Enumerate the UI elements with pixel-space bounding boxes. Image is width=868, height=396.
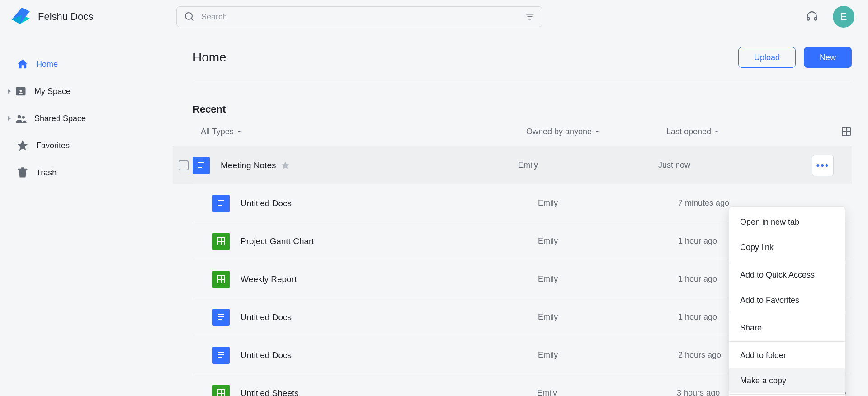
svg-rect-5 [807, 17, 809, 20]
sidebar-item-label: Home [36, 60, 58, 69]
home-icon [15, 57, 30, 71]
menu-add-quick-access[interactable]: Add to Quick Access [729, 262, 845, 288]
sheet-file-icon [212, 271, 230, 288]
search-icon [184, 11, 195, 22]
context-menu: Open in new tab Copy link Add to Quick A… [729, 206, 845, 396]
filter-owner-label: Owned by anyone [526, 127, 592, 137]
svg-rect-6 [815, 17, 816, 20]
file-name: Untitled Docs [241, 312, 292, 322]
sidebar-item-label: Favorites [36, 141, 70, 151]
file-owner: Emily [518, 160, 658, 170]
svg-rect-33 [218, 357, 222, 358]
file-name: Project Gantt Chart [241, 236, 314, 246]
trash-icon [15, 165, 30, 180]
svg-point-8 [19, 90, 22, 92]
grid-view-toggle[interactable] [841, 126, 852, 137]
file-name: Untitled Docs [241, 350, 292, 360]
chevron-right-icon[interactable] [5, 89, 14, 94]
row-checkbox[interactable] [175, 160, 193, 170]
svg-rect-17 [198, 165, 204, 165]
page-head: Home Upload New [193, 47, 852, 80]
svg-line-1 [191, 19, 193, 21]
star-icon [15, 138, 30, 153]
svg-rect-21 [218, 205, 222, 206]
main-content: Home Upload New Recent All Types Owned b… [176, 33, 868, 396]
svg-rect-18 [198, 167, 202, 168]
file-owner: Emily [537, 388, 677, 396]
search-input[interactable] [201, 12, 522, 22]
doc-file-icon [212, 195, 230, 212]
sidebar-item-my-space[interactable]: My Space [0, 78, 176, 105]
caret-down-icon [714, 129, 719, 134]
my-space-icon [14, 84, 28, 99]
brand[interactable]: Feishu Docs [10, 6, 176, 28]
search-filter-icon[interactable] [522, 9, 538, 24]
sheet-file-icon [212, 233, 230, 250]
sidebar-item-label: Trash [36, 168, 57, 178]
menu-make-a-copy[interactable]: Make a copy [729, 368, 845, 393]
file-owner: Emily [538, 312, 678, 322]
grid-icon [841, 126, 852, 137]
svg-rect-32 [218, 354, 224, 355]
support-button[interactable] [803, 8, 821, 26]
filter-type-label: All Types [201, 127, 234, 137]
menu-separator [729, 261, 845, 261]
filter-type-dropdown[interactable]: All Types [201, 127, 526, 137]
avatar[interactable]: E [833, 6, 854, 28]
shared-space-icon [14, 111, 28, 126]
favorite-star-icon[interactable] [281, 161, 290, 170]
filter-owner-dropdown[interactable]: Owned by anyone [526, 127, 666, 137]
doc-file-icon [212, 347, 230, 364]
sidebar-item-label: My Space [34, 87, 71, 96]
file-name: Untitled Sheets [241, 388, 299, 396]
more-icon: ••• [816, 160, 829, 171]
doc-file-icon [212, 309, 230, 326]
page-title: Home [193, 50, 226, 65]
svg-point-9 [18, 115, 21, 118]
headset-icon [806, 11, 818, 23]
new-button[interactable]: New [804, 47, 852, 68]
file-owner: Emily [538, 274, 678, 284]
menu-separator [729, 341, 845, 342]
svg-rect-28 [218, 314, 224, 315]
file-name: Weekly Report [241, 274, 297, 284]
search-box[interactable] [176, 6, 542, 27]
row-more-button[interactable]: ••• [812, 155, 834, 176]
sidebar-item-favorites[interactable]: Favorites [0, 132, 176, 159]
menu-add-favorites[interactable]: Add to Favorites [729, 288, 845, 313]
sidebar-item-trash[interactable]: Trash [0, 159, 176, 186]
file-owner: Emily [538, 236, 678, 246]
brand-name: Feishu Docs [38, 11, 93, 23]
svg-rect-16 [198, 162, 204, 163]
sidebar-item-home[interactable]: Home [0, 51, 176, 78]
section-recent: Recent [193, 104, 852, 115]
sheet-file-icon [212, 385, 230, 396]
caret-down-icon [236, 129, 242, 134]
caret-down-icon [594, 129, 600, 134]
svg-point-0 [185, 13, 192, 19]
file-name: Meeting Notes [221, 160, 276, 170]
svg-rect-20 [218, 203, 224, 203]
file-name: Untitled Docs [241, 198, 292, 208]
sidebar: Home My Space Shared Space Favorites Tra… [0, 51, 176, 186]
svg-rect-12 [21, 167, 24, 169]
menu-separator [729, 394, 845, 395]
svg-rect-30 [218, 319, 222, 320]
file-row[interactable]: Meeting Notes Emily Just now ••• [173, 146, 852, 184]
menu-copy-link[interactable]: Copy link [729, 235, 845, 260]
top-bar: Feishu Docs E [0, 0, 868, 33]
brand-logo-icon [10, 6, 32, 28]
file-owner: Emily [538, 350, 678, 360]
filters-row: All Types Owned by anyone Last opened [193, 126, 852, 146]
menu-open-new-tab[interactable]: Open in new tab [729, 209, 845, 235]
upload-button[interactable]: Upload [738, 47, 796, 68]
chevron-right-icon[interactable] [5, 116, 14, 121]
avatar-initial: E [840, 11, 847, 23]
menu-add-to-folder[interactable]: Add to folder [729, 343, 845, 368]
filter-time-label: Last opened [666, 127, 711, 137]
menu-share[interactable]: Share [729, 315, 845, 340]
doc-file-icon [193, 157, 210, 174]
svg-rect-31 [218, 352, 224, 353]
sidebar-item-shared-space[interactable]: Shared Space [0, 105, 176, 132]
filter-time-dropdown[interactable]: Last opened [666, 127, 841, 137]
